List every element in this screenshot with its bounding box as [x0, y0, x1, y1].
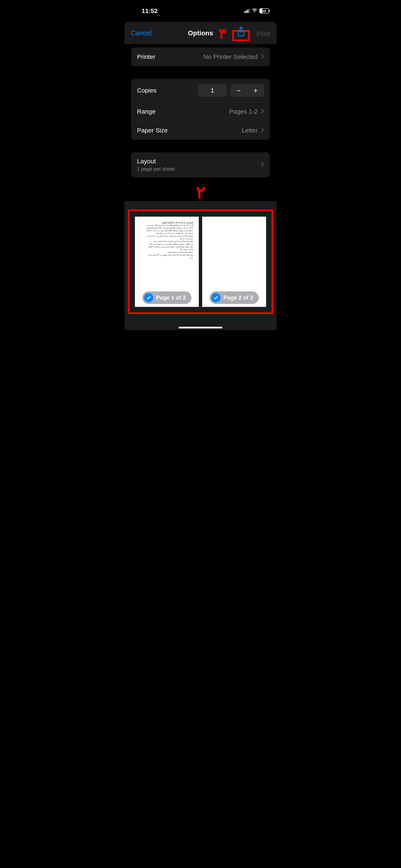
printer-value: No Printer Selected — [204, 53, 258, 60]
annotation-step-2: ۲ — [131, 184, 270, 201]
print-button[interactable]: Print — [256, 30, 270, 38]
checkmark-icon — [211, 293, 220, 302]
cellular-icon — [244, 9, 250, 13]
copies-increment-button[interactable]: + — [247, 84, 264, 97]
printer-row[interactable]: Printer No Printer Selected — [131, 48, 270, 66]
doc-line: دوباره آیکون اشتراک‌گذاری را لمس کنید و … — [140, 246, 193, 248]
range-value: Pages 1-2 — [229, 108, 258, 115]
paper-size-value: Letter — [242, 127, 258, 134]
print-settings-group: Copies 1 − + Range Pages 1-2 — [131, 79, 270, 140]
chevron-right-icon — [261, 54, 264, 60]
status-time: 11:52 — [142, 7, 158, 14]
home-indicator[interactable] — [179, 327, 222, 329]
page-title: Options — [188, 29, 213, 37]
paper-size-label: Paper Size — [137, 127, 168, 134]
doc-line: اگرچه iOS مثل اندروید اپلیکیشن‌های زیادی… — [140, 224, 193, 226]
doc-line: روی Save کلیک کنید.حالا، فایل شما با موف… — [140, 254, 193, 256]
layout-sublabel: 1 page per sheet — [137, 166, 175, 172]
doc-title: تبدیل ورد به پی دی اف در گوشی آیفون — [162, 221, 193, 223]
page-previews-highlight: تبدیل ورد به پی دی اف در گوشی آیفون اگرچ… — [128, 210, 273, 314]
doc-line: .است — [140, 256, 193, 259]
layout-label: Layout — [137, 158, 175, 165]
doc-line: برنامه‌ی Files را باز کنید و به پوشه‌ای … — [140, 235, 193, 237]
chevron-right-icon — [261, 108, 264, 115]
copies-label: Copies — [137, 87, 156, 94]
copies-decrement-button[interactable]: − — [230, 84, 247, 97]
wifi-icon — [252, 8, 257, 14]
doc-line: .با دو انگشت صفحه‌ی بندانگشتی فایل متنی … — [140, 243, 193, 245]
chevron-right-icon — [261, 127, 264, 133]
share-button-highlight — [232, 26, 250, 38]
range-label: Range — [137, 108, 155, 115]
share-icon[interactable] — [237, 34, 245, 37]
checkmark-icon — [144, 293, 153, 302]
printer-label: Printer — [137, 53, 155, 60]
doc-line: .Files را انتخاب کنید — [140, 248, 193, 251]
page-2-badge-text: Page 2 of 2 — [223, 294, 253, 301]
doc-line: .استفاده کرد. برای انجام این کار مراحل ز… — [140, 232, 193, 235]
doc-line: .آیکون اشتراک‌گذاری را لمس و گزینه‌ی Pri… — [140, 240, 193, 243]
doc-line: به‌عنوان یکی از بهترین ابزارهای رایگان ت… — [140, 229, 193, 232]
status-bar: 11:52 29 — [124, 0, 277, 22]
doc-line: PDF دارد؛ ولی می‌توان از اپلیکیشن پیش‌نص… — [140, 227, 193, 229]
layout-group: Layout 1 page per sheet — [131, 152, 270, 177]
page-preview-1[interactable]: تبدیل ورد به پی دی اف در گوشی آیفون اگرچ… — [135, 217, 199, 307]
page-2-badge[interactable]: Page 2 of 2 — [210, 291, 259, 304]
nav-bar: Cancel Options ۳ Print — [124, 22, 277, 44]
copies-value-field[interactable]: 1 — [198, 84, 227, 97]
page-1-badge-text: Page 1 of 2 — [156, 294, 186, 301]
layout-row[interactable]: Layout 1 page per sheet — [131, 152, 270, 177]
page-1-badge[interactable]: Page 1 of 2 — [143, 291, 191, 304]
cancel-button[interactable]: Cancel — [131, 29, 152, 37]
paper-size-row[interactable]: Paper Size Letter — [131, 121, 270, 140]
copies-stepper: − + — [230, 84, 264, 97]
printer-group: Printer No Printer Selected — [131, 48, 270, 66]
doc-line: .Choose any location را انتخاب کنید• — [140, 251, 193, 254]
battery-icon: 29 — [259, 8, 270, 13]
chevron-right-icon — [261, 162, 264, 168]
page-preview-2[interactable]: Page 2 of 2 — [202, 217, 266, 307]
doc-line: .شده و آن را باز کنید — [140, 238, 193, 240]
range-row[interactable]: Range Pages 1-2 — [131, 102, 270, 121]
annotation-step-3: ۳ — [219, 26, 226, 42]
copies-row: Copies 1 − + — [131, 79, 270, 102]
